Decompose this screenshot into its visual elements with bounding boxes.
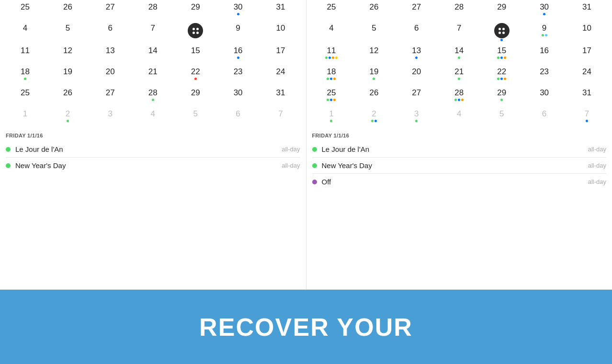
day-cell[interactable]: 30 [217, 0, 260, 21]
blue-dot [543, 13, 545, 15]
day-cell[interactable]: 16 [523, 44, 566, 65]
day-cell[interactable]: 11 [310, 44, 353, 65]
day-cell[interactable]: 7 [566, 107, 608, 128]
day-cell[interactable]: 29 [174, 0, 217, 21]
day-cell[interactable]: 4 [438, 107, 480, 128]
day-cell[interactable]: 26 [46, 86, 89, 107]
day-cell[interactable]: 15 [174, 44, 217, 65]
day-cell[interactable]: 2 [352, 107, 395, 128]
day-cell[interactable]: 25 [4, 0, 46, 21]
day-cell[interactable]: 19 [46, 65, 89, 86]
event-item[interactable]: New Year's Dayall-day [6, 158, 300, 173]
day-cell[interactable]: 26 [46, 0, 89, 21]
day-cell[interactable]: 10 [566, 21, 608, 44]
green-dot [497, 57, 499, 59]
day-cell[interactable]: 29 [480, 0, 523, 21]
day-cell[interactable]: 17 [260, 44, 302, 65]
event-item[interactable]: New Year's Dayall-day [312, 158, 607, 174]
day-cell[interactable]: 5 [352, 21, 395, 44]
day-cell[interactable]: 7 [438, 21, 480, 44]
day-cell[interactable]: 27 [89, 86, 132, 107]
day-cell[interactable]: 25 [310, 86, 353, 107]
day-cell[interactable]: 6 [217, 107, 260, 128]
day-cell[interactable]: 6 [89, 21, 132, 44]
day-cell[interactable]: 26 [352, 86, 395, 107]
day-cell[interactable]: 13 [89, 44, 132, 65]
left-events-list: Le Jour de l'Anall-dayNew Year's Dayall-… [6, 141, 300, 173]
day-cell[interactable]: 17 [566, 44, 608, 65]
day-cell[interactable]: 26 [352, 0, 395, 21]
day-cell[interactable]: 5 [46, 21, 89, 44]
day-cell[interactable]: 4 [132, 107, 174, 128]
day-number: 27 [412, 88, 421, 98]
day-cell[interactable]: 27 [395, 86, 438, 107]
day-cell[interactable]: 1 [310, 107, 353, 128]
day-cell[interactable]: 7 [132, 21, 174, 44]
day-cell[interactable]: 15 [480, 44, 523, 65]
day-cell[interactable]: 12 [352, 44, 395, 65]
day-cell[interactable]: 23 [523, 65, 566, 86]
green-dot [327, 78, 329, 80]
day-cell[interactable]: 11 [4, 44, 46, 65]
day-cell[interactable]: 24 [260, 65, 302, 86]
day-cell[interactable]: 20 [395, 65, 438, 86]
event-item[interactable]: Le Jour de l'Anall-day [6, 141, 300, 158]
day-cell[interactable]: 31 [260, 0, 302, 21]
day-cell[interactable]: 30 [217, 86, 260, 107]
day-cell[interactable]: 30 [523, 0, 566, 21]
event-item[interactable]: Offall-day [312, 174, 607, 190]
day-number: 14 [454, 46, 464, 56]
day-cell[interactable]: 22 [174, 65, 217, 86]
day-cell[interactable]: 30 [523, 86, 566, 107]
day-cell[interactable]: 10 [260, 21, 302, 44]
day-cell[interactable]: 28 [438, 0, 480, 21]
day-cell[interactable]: 3 [395, 107, 438, 128]
day-cell[interactable]: 9 [217, 21, 260, 44]
day-cell[interactable]: 23 [217, 65, 260, 86]
day-cell[interactable]: 25 [4, 86, 46, 107]
day-cell[interactable]: 19 [352, 65, 395, 86]
day-cell[interactable]: 12 [46, 44, 89, 65]
day-cell[interactable]: 5 [174, 107, 217, 128]
day-cell[interactable]: 24 [566, 65, 608, 86]
day-cell[interactable]: 2 [46, 107, 89, 128]
day-cell[interactable]: 28 [132, 0, 174, 21]
day-cell[interactable]: 29 [480, 86, 523, 107]
day-row-5: 1234567 [310, 107, 609, 128]
day-cell[interactable]: 27 [395, 0, 438, 21]
day-cell[interactable]: 13 [395, 44, 438, 65]
day-cell[interactable]: 4 [4, 21, 46, 44]
green-dot [415, 120, 418, 122]
day-cell[interactable]: 22 [480, 65, 523, 86]
day-cell[interactable]: 28 [438, 86, 480, 107]
day-cell[interactable]: 6 [395, 21, 438, 44]
day-cell[interactable]: 4 [310, 21, 353, 44]
day-row-3: 18192021222324 [310, 65, 609, 86]
day-cell[interactable]: 16 [217, 44, 260, 65]
day-cell[interactable]: 18 [310, 65, 353, 86]
day-cell[interactable]: 25 [310, 0, 353, 21]
day-number: 14 [148, 46, 158, 56]
day-cell[interactable] [480, 21, 523, 44]
day-cell[interactable]: 18 [4, 65, 46, 86]
day-cell[interactable]: 6 [523, 107, 566, 128]
day-cell[interactable]: 31 [566, 0, 608, 21]
day-cell[interactable]: 14 [132, 44, 174, 65]
day-cell[interactable] [174, 21, 217, 44]
day-cell[interactable]: 5 [480, 107, 523, 128]
day-cell[interactable]: 1 [4, 107, 46, 128]
event-item[interactable]: Le Jour de l'Anall-day [312, 141, 607, 158]
day-cell[interactable]: 20 [89, 65, 132, 86]
day-cell[interactable]: 14 [438, 44, 480, 65]
day-cell[interactable]: 21 [132, 65, 174, 86]
green-dot [500, 99, 503, 101]
day-cell[interactable]: 29 [174, 86, 217, 107]
day-cell[interactable]: 9 [523, 21, 566, 44]
day-cell[interactable]: 3 [89, 107, 132, 128]
day-cell[interactable]: 7 [260, 107, 302, 128]
day-cell[interactable]: 31 [566, 86, 608, 107]
day-cell[interactable]: 21 [438, 65, 480, 86]
day-cell[interactable]: 27 [89, 0, 132, 21]
day-cell[interactable]: 31 [260, 86, 302, 107]
day-cell[interactable]: 28 [132, 86, 174, 107]
